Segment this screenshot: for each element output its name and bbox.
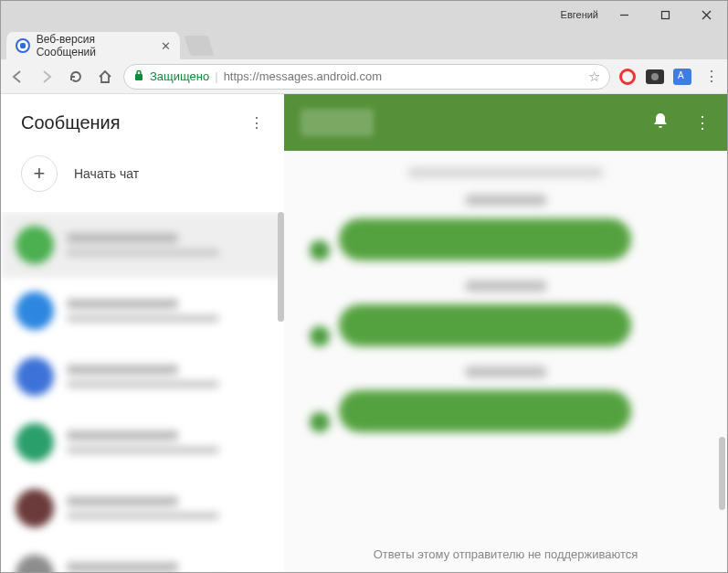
browser-toolbar: Защищено | https://messages.android.com … [1, 59, 727, 94]
message-list [284, 151, 727, 533]
address-bar[interactable]: Защищено | https://messages.android.com … [123, 64, 610, 90]
avatar [310, 240, 330, 260]
avatar [16, 555, 54, 573]
address-divider: | [215, 69, 217, 83]
message-bubble [339, 390, 631, 432]
avatar [310, 412, 330, 432]
arrow-right-icon [38, 69, 55, 85]
list-item[interactable] [1, 409, 284, 475]
message-bubble [339, 218, 631, 260]
minimize-icon [619, 10, 629, 20]
tab-favicon-icon [16, 38, 30, 53]
extension-opera-button[interactable] [617, 67, 638, 87]
new-chat-label: Начать чат [74, 166, 139, 181]
list-item[interactable] [1, 212, 284, 278]
browser-tab[interactable]: Веб-версия Сообщений ✕ [6, 32, 180, 59]
avatar [16, 423, 54, 462]
window-user-label: Евгений [561, 9, 598, 20]
bookmark-star-icon[interactable]: ☆ [588, 69, 600, 85]
chat-header: ⋮ [284, 94, 727, 151]
list-item[interactable] [1, 278, 284, 344]
sidebar: Сообщения ⋮ + Начать чат [1, 94, 284, 573]
avatar [310, 326, 330, 346]
lock-icon [133, 69, 144, 84]
svg-rect-1 [662, 11, 670, 18]
tab-title: Веб-версия Сообщений [37, 33, 154, 58]
maximize-icon [660, 10, 670, 20]
list-item[interactable] [1, 344, 284, 409]
reply-unsupported-note: Ответы этому отправителю не поддерживают… [284, 533, 727, 573]
messages-app: Сообщения ⋮ + Начать чат ⋮ [1, 94, 727, 573]
avatar [16, 489, 54, 527]
arrow-left-icon [9, 69, 26, 85]
avatar [16, 292, 54, 330]
avatar [16, 357, 54, 396]
avatar [16, 226, 54, 264]
close-icon [702, 10, 712, 20]
message-row [310, 390, 702, 432]
chat-contact-name [301, 109, 374, 136]
reload-icon [68, 69, 84, 85]
kebab-icon: ⋮ [704, 68, 718, 85]
message-bubble [339, 304, 631, 346]
nav-home-button[interactable] [94, 66, 116, 88]
sidebar-menu-button[interactable]: ⋮ [249, 114, 264, 132]
svg-rect-4 [135, 74, 142, 80]
window-close-button[interactable] [686, 1, 727, 28]
home-icon [97, 69, 113, 85]
list-item[interactable] [1, 541, 284, 573]
new-tab-button[interactable] [184, 36, 214, 56]
sidebar-scrollbar[interactable] [278, 212, 284, 322]
nav-reload-button[interactable] [65, 66, 87, 88]
window-titlebar: Евгений [1, 1, 727, 28]
camera-icon [646, 69, 664, 84]
address-url: https://messages.android.com [224, 69, 382, 83]
extension-screenshot-button[interactable] [645, 67, 665, 87]
tab-close-icon[interactable]: ✕ [161, 39, 171, 53]
window-minimize-button[interactable] [604, 1, 645, 28]
secure-label: Защищено [150, 69, 209, 83]
window-maximize-button[interactable] [645, 1, 686, 28]
plus-icon: + [21, 155, 58, 192]
sidebar-header: Сообщения ⋮ [1, 94, 284, 146]
browser-menu-button[interactable]: ⋮ [700, 66, 722, 88]
extension-translate-button[interactable] [672, 67, 692, 87]
nav-forward-button[interactable] [36, 66, 58, 88]
notifications-button[interactable] [652, 111, 669, 134]
message-row [310, 304, 702, 346]
browser-tabstrip: Веб-версия Сообщений ✕ [1, 28, 727, 59]
conversation-pane: ⋮ Ответы этому отправителю не поддержива… [284, 94, 727, 573]
conversation-list [1, 212, 284, 573]
chat-scrollbar[interactable] [719, 437, 725, 510]
new-chat-button[interactable]: + Начать чат [1, 146, 284, 212]
nav-back-button[interactable] [6, 66, 28, 88]
message-row [310, 218, 702, 260]
chat-menu-button[interactable]: ⋮ [694, 112, 711, 133]
opera-icon [619, 69, 636, 85]
bell-icon [652, 111, 669, 130]
list-item[interactable] [1, 475, 284, 541]
translate-icon [673, 69, 691, 85]
sidebar-title: Сообщения [21, 112, 121, 133]
